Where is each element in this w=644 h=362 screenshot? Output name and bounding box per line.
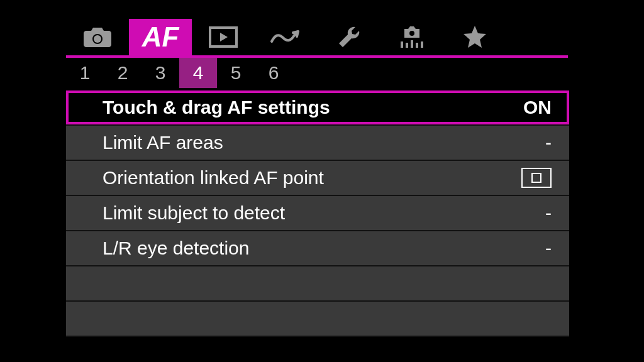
row-empty: [66, 266, 569, 302]
tab-wireless[interactable]: [255, 19, 318, 55]
row-touch-drag-af[interactable]: Touch & drag AF settings ON: [66, 90, 569, 126]
row-value: [521, 168, 552, 188]
tab-playback[interactable]: [192, 19, 255, 55]
tab-setup[interactable]: [318, 19, 380, 55]
row-label: Orientation linked AF point: [103, 167, 521, 189]
orientation-icon: [521, 168, 552, 188]
subtab-2[interactable]: 2: [104, 58, 142, 88]
tab-mymenu[interactable]: [443, 19, 506, 55]
row-limit-subject[interactable]: Limit subject to detect -: [66, 196, 569, 231]
row-limit-af-areas[interactable]: Limit AF areas -: [66, 126, 569, 161]
svg-point-3: [409, 31, 414, 36]
svg-rect-7: [416, 43, 418, 48]
subtab-1[interactable]: 1: [66, 58, 104, 88]
svg-rect-6: [411, 40, 413, 48]
row-value: -: [545, 132, 552, 153]
camera-menu: AF: [66, 19, 569, 337]
pixelshift-icon: [398, 25, 426, 49]
row-label: Touch & drag AF settings: [103, 97, 523, 118]
subtab-5[interactable]: 5: [217, 58, 255, 88]
row-value: -: [545, 202, 552, 224]
row-lr-eye-detection[interactable]: L/R eye detection -: [66, 231, 569, 266]
row-label: Limit subject to detect: [103, 202, 545, 224]
row-orientation-linked-af[interactable]: Orientation linked AF point: [66, 161, 569, 196]
tab-shoot[interactable]: [66, 19, 129, 55]
svg-point-1: [94, 35, 101, 43]
playback-icon: [209, 26, 238, 48]
subtab-3[interactable]: 3: [142, 58, 179, 88]
row-empty: [66, 302, 569, 337]
row-value: -: [545, 238, 552, 259]
wrench-icon: [336, 25, 362, 50]
af-icon: AF: [142, 23, 179, 51]
tab-custom[interactable]: [380, 19, 443, 55]
menu-list: Touch & drag AF settings ON Limit AF are…: [66, 90, 569, 337]
camera-icon: [82, 26, 113, 48]
svg-rect-4: [401, 41, 403, 48]
star-icon: [462, 25, 487, 50]
tab-af[interactable]: AF: [129, 19, 192, 55]
sub-tabs: 1 2 3 4 5 6: [66, 58, 569, 88]
wireless-icon: [269, 28, 303, 47]
main-tabs: AF: [66, 19, 569, 55]
row-value: ON: [523, 97, 552, 118]
row-label: Limit AF areas: [103, 132, 545, 153]
svg-rect-5: [406, 43, 408, 48]
subtab-4[interactable]: 4: [179, 58, 217, 88]
subtab-6[interactable]: 6: [255, 58, 292, 88]
row-label: L/R eye detection: [103, 238, 545, 259]
svg-rect-8: [421, 41, 423, 48]
